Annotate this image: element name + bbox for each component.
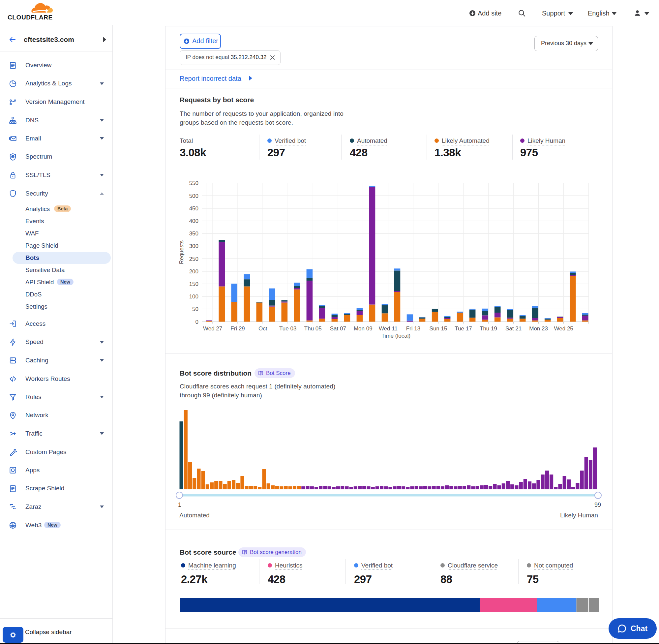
svg-text:Oct: Oct xyxy=(258,325,267,332)
svg-text:400: 400 xyxy=(189,218,198,224)
svg-text:Sun 15: Sun 15 xyxy=(429,325,447,332)
svg-text:Requests: Requests xyxy=(178,240,185,264)
svg-text:Tue 17: Tue 17 xyxy=(455,325,472,332)
svg-text:Sat 21: Sat 21 xyxy=(505,325,521,332)
svg-text:Wed 11: Wed 11 xyxy=(379,325,398,332)
svg-text:Tue 03: Tue 03 xyxy=(279,325,297,332)
svg-text:100: 100 xyxy=(189,294,198,300)
svg-text:450: 450 xyxy=(189,205,198,212)
svg-text:250: 250 xyxy=(189,256,198,262)
svg-text:Sat 07: Sat 07 xyxy=(330,325,346,332)
svg-text:Mon 23: Mon 23 xyxy=(529,325,548,332)
svg-text:500: 500 xyxy=(189,193,198,199)
svg-text:350: 350 xyxy=(189,230,198,237)
svg-text:Thu 05: Thu 05 xyxy=(304,325,322,332)
svg-text:Wed 27: Wed 27 xyxy=(203,325,222,332)
svg-text:Thu 19: Thu 19 xyxy=(480,325,497,332)
svg-text:Fri 29: Fri 29 xyxy=(231,325,244,332)
svg-text:0: 0 xyxy=(195,319,198,325)
svg-text:150: 150 xyxy=(189,281,198,287)
svg-text:Mon 09: Mon 09 xyxy=(354,325,373,332)
svg-text:200: 200 xyxy=(189,269,198,275)
svg-text:Fri 13: Fri 13 xyxy=(406,325,420,332)
svg-text:300: 300 xyxy=(189,243,198,249)
svg-text:50: 50 xyxy=(192,306,198,312)
svg-text:550: 550 xyxy=(189,180,198,186)
svg-text:Wed 25: Wed 25 xyxy=(554,325,573,332)
svg-text:Time (local): Time (local) xyxy=(381,333,410,339)
